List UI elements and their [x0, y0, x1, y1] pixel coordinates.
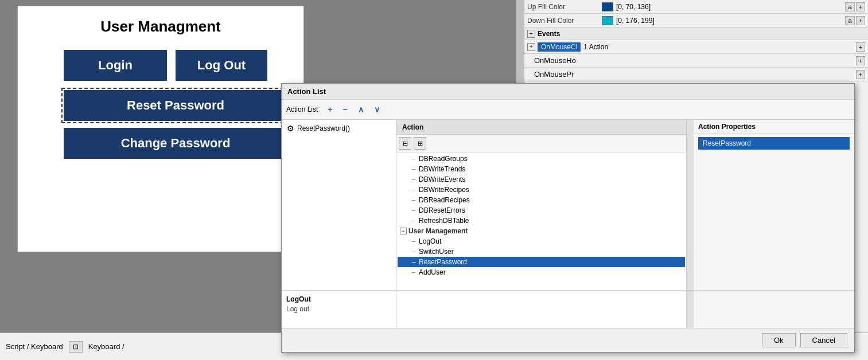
- tree-label: DBWriteTrends: [419, 165, 465, 173]
- dialog-toolbar: Action List + − ∧ ∨: [282, 100, 854, 120]
- down-fill-color-label: Down Fill Color: [527, 17, 602, 25]
- on-mouse-press-plus-btn[interactable]: +: [856, 70, 865, 79]
- dialog-footer: Ok Cancel: [282, 328, 854, 352]
- events-label: Events: [538, 30, 560, 38]
- dialog-content: ⚙ ResetPassword() Action ⊟ ⊞ – D: [282, 120, 854, 328]
- remove-action-button[interactable]: −: [340, 103, 351, 116]
- canvas-buttons: Login Log Out Reset Password Change Pass…: [18, 50, 303, 159]
- move-up-button[interactable]: ∧: [355, 103, 367, 116]
- dash-1: –: [410, 155, 417, 163]
- down-fill-color-a-btn[interactable]: a: [845, 16, 854, 25]
- status-path: Keyboard /: [88, 342, 124, 351]
- on-mouse-hover-label: OnMouseHo: [534, 56, 576, 65]
- on-mouse-press-dash: [527, 70, 534, 79]
- on-mouse-hover-row: OnMouseHo +: [524, 54, 868, 68]
- ok-button[interactable]: Ok: [762, 333, 796, 347]
- login-button[interactable]: Login: [64, 50, 167, 81]
- events-collapse-icon[interactable]: −: [527, 30, 535, 38]
- dash-4: –: [410, 186, 417, 194]
- down-fill-color-plus-btn[interactable]: +: [856, 16, 865, 25]
- tree-item-adduser[interactable]: – AddUser: [398, 267, 685, 277]
- tree-section-label: User Management: [408, 227, 468, 235]
- tree-expand-btn[interactable]: ⊞: [414, 137, 426, 150]
- action-props-panel: Action Properties ResetPassword LogOut L…: [694, 120, 854, 328]
- tree-item-dbwritetrends[interactable]: – DBWriteTrends: [398, 164, 685, 174]
- up-fill-color-a-btn[interactable]: a: [845, 2, 854, 11]
- reset-password-wrapper: Reset Password: [64, 90, 287, 121]
- tree-label: DBWriteRecipes: [419, 186, 469, 194]
- tree-label: ResetPassword: [419, 258, 467, 266]
- tree-item-logout[interactable]: – LogOut: [398, 236, 685, 246]
- canvas-title: User Managment: [18, 6, 303, 50]
- tree-item-dbwriteevents[interactable]: – DBWriteEvents: [398, 174, 685, 185]
- action-list-toolbar-label: Action List: [286, 105, 318, 114]
- reset-password-button[interactable]: Reset Password: [64, 90, 287, 121]
- top-button-row: Login Log Out: [64, 50, 267, 81]
- change-password-button[interactable]: Change Password: [64, 128, 287, 159]
- up-fill-color-plus-btn[interactable]: +: [856, 2, 865, 11]
- on-mouse-click-expand-icon[interactable]: +: [527, 43, 535, 51]
- on-mouse-click-label[interactable]: OnMouseCl: [538, 42, 581, 52]
- action-item-label: ResetPassword(): [297, 124, 350, 132]
- list-item[interactable]: ⚙ ResetPassword(): [284, 122, 394, 135]
- tree-item-switchuser[interactable]: – SwitchUser: [398, 246, 685, 257]
- tree-label: LogOut: [419, 237, 441, 245]
- dash-7: –: [410, 217, 417, 225]
- add-action-button[interactable]: +: [324, 103, 336, 116]
- tree-section-user-management[interactable]: − User Management: [398, 226, 685, 236]
- tree-item-dbreadrecipes[interactable]: – DBReadRecipes: [398, 195, 685, 205]
- tree-label: DBResetErrors: [419, 206, 465, 214]
- dash-11: –: [410, 268, 417, 276]
- user-mgmt-expand-icon[interactable]: −: [400, 228, 407, 234]
- action-props-description: LogOut Log out.: [694, 152, 854, 328]
- dialog-body: Action List + − ∧ ∨ ⚙ ResetPassword() Ac…: [282, 100, 854, 352]
- tree-item-dbwriterecipes[interactable]: – DBWriteRecipes: [398, 185, 685, 195]
- dash-3: –: [410, 175, 417, 183]
- status-label: Script / Keyboard: [6, 342, 63, 351]
- on-mouse-click-row: + OnMouseCl 1 Action +: [524, 40, 868, 54]
- dash-9: –: [410, 248, 417, 256]
- on-mouse-hover-plus-btn[interactable]: +: [856, 56, 865, 65]
- cancel-button[interactable]: Cancel: [800, 333, 847, 347]
- status-icon-button[interactable]: ⊡: [69, 341, 83, 353]
- canvas-inner: User Managment Login Log Out Reset Passw…: [17, 6, 304, 252]
- action-props-title: Action Properties: [694, 120, 854, 134]
- action-desc-text: Log out.: [286, 305, 850, 313]
- action-item-icon: ⚙: [287, 124, 294, 133]
- tree-item-dbreadgroups[interactable]: – DBReadGroups: [398, 154, 685, 164]
- action-tab[interactable]: Action: [396, 120, 686, 135]
- up-fill-color-row: Up Fill Color [0, 70, 136] a +: [524, 0, 868, 14]
- on-mouse-press-row: OnMousePr +: [524, 68, 868, 81]
- logout-button[interactable]: Log Out: [176, 50, 267, 81]
- action-desc-name: LogOut: [286, 295, 850, 303]
- dash-6: –: [410, 206, 417, 214]
- up-fill-color-box[interactable]: [602, 2, 613, 11]
- action-tree-toolbar: ⊟ ⊞: [396, 135, 686, 152]
- on-mouse-press-label: OnMousePr: [534, 70, 574, 79]
- tree-item-dbreseterrors[interactable]: – DBResetErrors: [398, 205, 685, 216]
- tree-collapse-btn[interactable]: ⊟: [399, 137, 411, 150]
- dash-5: –: [410, 196, 417, 204]
- tree-label: DBReadRecipes: [419, 196, 470, 204]
- move-down-button[interactable]: ∨: [371, 103, 383, 116]
- on-mouse-click-plus-btn[interactable]: +: [856, 42, 865, 52]
- tree-item-resetpassword[interactable]: – ResetPassword: [398, 257, 685, 267]
- tree-label: DBReadGroups: [419, 155, 468, 163]
- up-fill-color-value: [0, 70, 136]: [616, 3, 843, 11]
- down-fill-color-value: [0, 176, 199]: [616, 17, 843, 25]
- tree-label: AddUser: [419, 268, 446, 276]
- tree-label: SwitchUser: [419, 248, 454, 256]
- action-props-selected-value: ResetPassword: [698, 137, 850, 150]
- tree-label: RefreshDBTable: [419, 217, 469, 225]
- dash-2: –: [410, 165, 417, 173]
- on-mouse-hover-dash: [527, 56, 534, 65]
- dialog-title: Action List: [287, 87, 326, 96]
- tree-label: DBWriteEvents: [419, 175, 465, 183]
- up-fill-color-label: Up Fill Color: [527, 3, 602, 11]
- dash-10: –: [410, 258, 417, 266]
- down-fill-color-row: Down Fill Color [0, 176, 199] a +: [524, 14, 868, 28]
- on-mouse-click-value: 1 Action: [583, 43, 854, 51]
- tree-item-refreshdbtable[interactable]: – RefreshDBTable: [398, 216, 685, 226]
- down-fill-color-box[interactable]: [602, 16, 613, 25]
- dialog-titlebar: Action List: [282, 84, 854, 100]
